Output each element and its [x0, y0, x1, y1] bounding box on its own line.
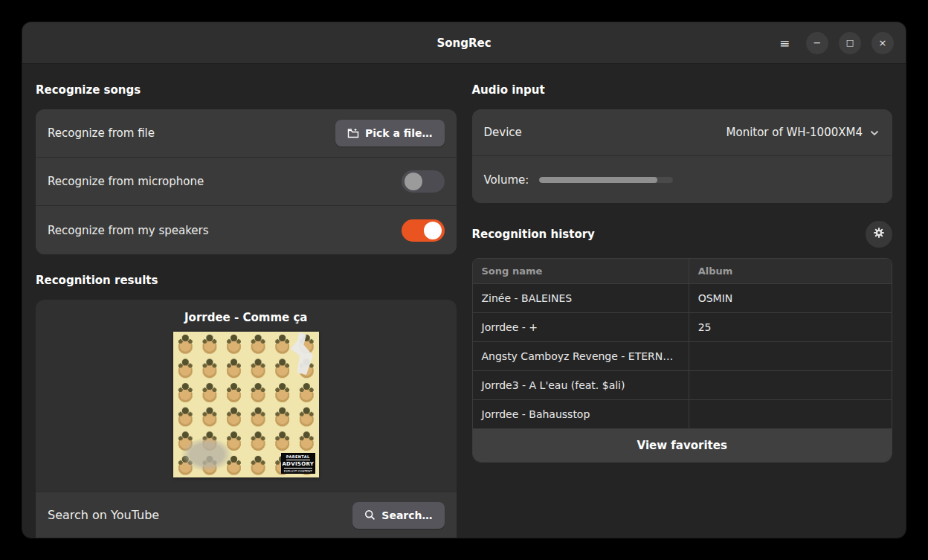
recognition-history-heading: Recognition history: [472, 228, 595, 241]
table-header: Song name Album: [473, 259, 892, 284]
column-header-album[interactable]: Album: [689, 259, 892, 283]
main-content: Recognize songs Recognize from file Pick…: [22, 64, 906, 538]
window-title: SongRec: [436, 36, 491, 50]
recognition-history-table: Song name Album Zinée - BALEINES OSMIN J…: [472, 258, 893, 463]
right-column: Audio input Device Monitor of WH-1000XM4: [472, 64, 893, 538]
history-settings-button[interactable]: [866, 221, 892, 248]
volume-fill: [539, 177, 657, 183]
results-spacer: [36, 477, 457, 492]
recognize-from-speakers-row: Recognize from my speakers: [36, 206, 457, 254]
toggle-knob: [405, 173, 422, 190]
table-row[interactable]: Jorrdee - Bahausstop: [473, 400, 892, 429]
album-art: PARENTAL ADVISORY EXPLICIT CONTENT: [173, 332, 319, 477]
folder-plus-icon: [347, 128, 359, 138]
recognized-song-title: Jorrdee - Comme ça: [36, 300, 457, 332]
parental-advisory-label: PARENTAL ADVISORY EXPLICIT CONTENT: [281, 453, 315, 474]
device-dropdown[interactable]: Monitor of WH-1000XM4: [725, 121, 880, 144]
microphone-toggle[interactable]: [402, 170, 445, 193]
song-cell: Jorrde3 - A L'eau (feat. $ali): [473, 371, 689, 399]
close-button[interactable]: ×: [871, 32, 894, 54]
recognize-from-microphone-row: Recognize from microphone: [36, 158, 457, 206]
table-row[interactable]: Angsty Camboyz Revenge - ETERNELLE: [473, 342, 892, 371]
audio-input-card: Device Monitor of WH-1000XM4 Volume:: [472, 109, 893, 203]
song-cell: Jorrdee - Bahausstop: [473, 400, 689, 428]
album-cell: [689, 400, 892, 428]
minimize-button[interactable]: −: [806, 32, 828, 54]
song-cell: Jorrdee - +: [473, 313, 689, 341]
table-row[interactable]: Zinée - BALEINES OSMIN: [473, 284, 892, 313]
recognize-from-file-row: Recognize from file Pick a file…: [36, 109, 457, 158]
search-on-youtube-row: Search on YouTube Search…: [36, 492, 457, 538]
gear-icon: [873, 227, 885, 242]
audio-input-heading: Audio input: [472, 83, 893, 97]
speakers-toggle[interactable]: [402, 219, 445, 242]
search-on-youtube-label: Search on YouTube: [48, 508, 159, 522]
maximize-button[interactable]: □: [839, 32, 861, 54]
recognition-results-card: Jorrdee - Comme ça PARENTAL ADVISORY EXP…: [36, 300, 457, 538]
search-icon: [364, 509, 376, 521]
recognize-from-microphone-label: Recognize from microphone: [48, 175, 204, 188]
left-column: Recognize songs Recognize from file Pick…: [36, 64, 457, 538]
volume-wrap: Volume:: [484, 173, 881, 187]
songrec-window: SongRec ≡ − □ × Recognize songs Recogniz…: [22, 22, 906, 538]
volume-level-bar: [539, 177, 673, 183]
pick-a-file-label: Pick a file…: [365, 127, 433, 139]
album-art-smudge: [181, 437, 233, 472]
table-row[interactable]: Jorrde3 - A L'eau (feat. $ali): [473, 371, 892, 400]
device-row: Device Monitor of WH-1000XM4: [472, 109, 893, 156]
recognition-history-header: Recognition history: [472, 221, 893, 248]
table-row[interactable]: Jorrdee - + 25: [473, 313, 892, 342]
device-value: Monitor of WH-1000XM4: [726, 126, 863, 139]
recognize-from-speakers-label: Recognize from my speakers: [48, 224, 209, 237]
volume-label: Volume:: [484, 173, 529, 187]
youtube-search-button[interactable]: Search…: [352, 502, 444, 529]
column-header-song-name[interactable]: Song name: [473, 259, 689, 283]
advisory-line3: EXPLICIT CONTENT: [284, 468, 312, 473]
menu-icon[interactable]: ≡: [773, 32, 796, 54]
youtube-search-label: Search…: [381, 509, 432, 521]
view-favorites-button[interactable]: View favorites: [473, 429, 892, 462]
album-cell: 25: [689, 313, 892, 341]
album-cell: [689, 342, 892, 370]
recognition-results-heading: Recognition results: [36, 274, 457, 287]
album-cell: OSMIN: [689, 284, 892, 312]
recognize-songs-card: Recognize from file Pick a file…: [36, 109, 457, 254]
album-cell: [689, 371, 892, 399]
device-label: Device: [484, 126, 522, 139]
advisory-line1: PARENTAL: [286, 454, 310, 460]
window-controls: ≡ − □ ×: [773, 22, 894, 63]
song-cell: Zinée - BALEINES: [473, 284, 689, 312]
toggle-knob: [424, 222, 442, 239]
pick-a-file-button[interactable]: Pick a file…: [335, 120, 445, 147]
titlebar: SongRec ≡ − □ ×: [22, 22, 906, 64]
recognize-songs-heading: Recognize songs: [36, 83, 457, 97]
advisory-line2: ADVISORY: [282, 461, 314, 467]
chevron-down-icon: [870, 126, 879, 139]
album-art-figure: [288, 332, 315, 375]
song-cell: Angsty Camboyz Revenge - ETERNELLE: [473, 342, 689, 370]
recognize-from-file-label: Recognize from file: [48, 126, 155, 140]
volume-row: Volume:: [472, 156, 893, 203]
